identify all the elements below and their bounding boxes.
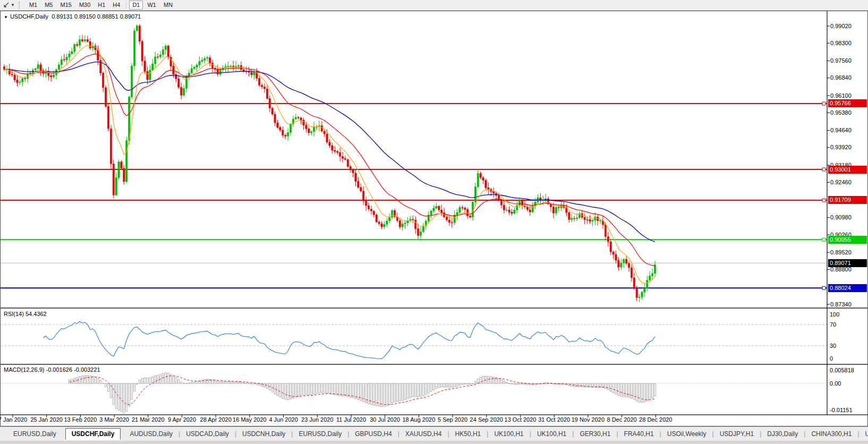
chart-tab-usdjpy-h1[interactable]: USDJPY,H1 — [714, 429, 760, 439]
date-label: 18 Aug 2020 — [402, 416, 435, 423]
price-tick-label: 0.88800 — [830, 266, 852, 273]
chart-tab-audusd-daily[interactable]: AUDUSD,Daily — [124, 429, 178, 439]
chart-tab-xauusd-h4[interactable]: XAUUSD,H4 — [399, 429, 448, 439]
chart-tab-gbpusd-h4[interactable]: GBPUSD,H4 — [349, 429, 397, 439]
macd-signal-value: -0.003221 — [74, 366, 100, 373]
date-label: 13 Oct 2020 — [505, 416, 537, 423]
cursor-tool-icon[interactable] — [1, 1, 11, 9]
chart-tab-uk100-h1[interactable]: UK100,H1 — [531, 429, 572, 439]
price-tick-label: 0.95380 — [830, 109, 852, 116]
rsi-axis-label: 70 — [830, 321, 836, 328]
price-tick-label: 0.90980 — [830, 214, 852, 221]
rsi-label: RSI(14) 54.4362 — [4, 311, 47, 317]
chart-tab-usdchf-daily[interactable]: USDCHF,Daily — [65, 428, 121, 440]
timeframe-button-m5[interactable]: M5 — [41, 1, 56, 10]
chart-tab-dj30-daily[interactable]: DJ30,Daily — [761, 429, 804, 439]
chart-tab-eurusd-daily[interactable]: EURUSD,Daily — [293, 429, 347, 439]
timeframe-toolbar: ▼ M1M5M15M30H1H4D1W1MN — [0, 0, 868, 11]
date-label: 16 May 2020 — [233, 416, 267, 423]
macd-axis-label: -0.01151 — [830, 407, 853, 414]
date-label: 13 Feb 2020 — [64, 416, 97, 423]
chart-tab-uk100-h1[interactable]: UK100,H1 — [488, 429, 529, 439]
price-tick-label: 0.87340 — [830, 301, 852, 308]
price-line-badge: 0.95766 — [828, 99, 867, 107]
price-tick-label: 0.96840 — [830, 74, 852, 81]
ohlc-close: 0.89071 — [120, 13, 141, 20]
date-label: 24 Sep 2020 — [470, 416, 503, 423]
chart-canvas[interactable] — [0, 11, 868, 444]
price-tick-label: 0.96100 — [830, 92, 852, 99]
rsi-axis-label: 100 — [830, 311, 839, 318]
timeframe-button-w1[interactable]: W1 — [144, 1, 159, 10]
rsi-axis-label: 0 — [830, 355, 833, 362]
price-line-badge: 0.90055 — [828, 236, 867, 244]
date-label: 30 Jul 2020 — [370, 416, 400, 423]
chart-symbol: USDCHF,Daily — [10, 13, 48, 20]
cursor-tool-dropdown-icon[interactable]: ▼ — [11, 3, 15, 7]
price-tick-label: 0.98300 — [830, 40, 852, 47]
chart-tab-eurusd-daily[interactable]: EURUSD,Daily — [7, 429, 62, 439]
price-tick-label: 0.92460 — [830, 179, 852, 186]
ohlc-low: 0.88851 — [97, 13, 118, 20]
chart-tab-hk50-h1[interactable]: HK50,H1 — [449, 429, 487, 439]
timeframe-button-m1[interactable]: M1 — [26, 1, 40, 10]
timeframe-button-mn[interactable]: MN — [160, 1, 176, 10]
chart-tab-fra40-h1[interactable]: FRA40,H1 — [618, 429, 660, 439]
price-tick-label: 0.94640 — [830, 127, 852, 134]
macd-axis-label: 0.00 — [830, 380, 841, 387]
price-line-badge: 0.88024 — [828, 284, 867, 292]
timeframe-button-m30[interactable]: M30 — [76, 1, 93, 10]
date-label: 28 Dec 2020 — [639, 416, 672, 423]
mt4-window: ▼ M1M5M15M30H1H4D1W1MN ▼USDCHF,Daily 0.8… — [0, 0, 868, 444]
price-tick-label: 0.99020 — [830, 23, 852, 30]
price-tick-label: 0.93920 — [830, 144, 852, 151]
date-label: 9 Apr 2020 — [168, 416, 196, 423]
ohlc-high: 0.89150 — [74, 13, 96, 20]
date-label: 31 Oct 2020 — [538, 416, 570, 423]
rsi-axis-label: 30 — [830, 343, 836, 349]
timeframe-button-h1[interactable]: H1 — [95, 1, 108, 10]
date-label: 19 Nov 2020 — [572, 416, 605, 423]
price-line-badge: 0.91709 — [828, 196, 867, 204]
macd-label: MACD(12,26,9) -0.001626 -0.003221 — [4, 366, 100, 373]
ohlc-open: 0.89131 — [52, 13, 73, 20]
timeframe-button-m15[interactable]: M15 — [57, 1, 74, 10]
date-label: 11 Jul 2020 — [336, 416, 366, 423]
current-price-badge: 0.89071 — [828, 259, 867, 267]
timeframe-button-d1[interactable]: D1 — [129, 1, 143, 10]
date-label: 8 Dec 2020 — [607, 416, 636, 423]
price-line-badge: 0.93001 — [828, 166, 867, 174]
chart-tab-china300-h1[interactable]: CHINA300,H1 — [805, 429, 857, 439]
chart-tab-usdcad-daily[interactable]: USDCAD,Daily — [180, 429, 235, 439]
chart-tab-ger30-h1[interactable]: GER30,H1 — [574, 429, 616, 439]
date-label: 7 Jan 2020 — [0, 416, 27, 423]
macd-axis-label: 0.005818 — [830, 367, 854, 374]
macd-value: -0.001626 — [46, 366, 72, 373]
price-tick-label: 0.89520 — [830, 249, 852, 256]
date-label: 23 Jun 2020 — [301, 416, 334, 423]
date-label: 4 Jun 2020 — [269, 416, 297, 423]
date-label: 5 Sep 2020 — [438, 416, 467, 423]
collapse-icon[interactable]: ▼ — [4, 15, 8, 20]
date-label: 21 Mar 2020 — [132, 416, 165, 423]
chart-tab-bar: EURUSD,DailyUSDCHF,DailyAUDUSD,Daily|USD… — [0, 426, 868, 441]
toolbar-separator — [126, 2, 126, 8]
timeframe-button-h4[interactable]: H4 — [109, 1, 123, 10]
date-label: 28 Apr 2020 — [200, 416, 232, 423]
chart-tab-usoil-[interactable]: USOil, — [860, 429, 868, 439]
chart-tab-usoil-weekly[interactable]: USOil,Weekly — [661, 429, 712, 439]
status-strip — [0, 441, 868, 444]
date-label: 25 Jan 2020 — [30, 416, 63, 423]
chart-title: ▼USDCHF,Daily 0.89131 0.89150 0.88851 0.… — [4, 13, 141, 20]
toolbar-grip[interactable] — [19, 2, 22, 8]
price-tick-label: 0.97560 — [830, 57, 852, 64]
chart-tab-usdcnh-daily[interactable]: USDCNH,Daily — [236, 429, 291, 439]
rsi-value: 54.4362 — [25, 311, 47, 317]
date-label: 3 Mar 2020 — [99, 416, 129, 423]
